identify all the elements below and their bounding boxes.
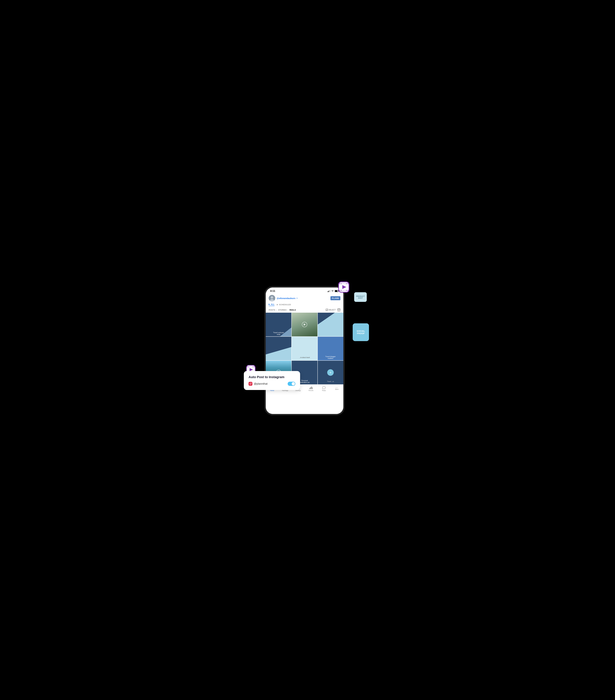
auto-post-card: Auto Post to Instagram xyxy=(244,371,300,390)
grid-item-4[interactable] xyxy=(266,337,291,360)
content-tabs: POSTS | STORIES | REELS SELECT xyxy=(266,307,343,313)
svg-marker-34 xyxy=(277,304,278,305)
add-button[interactable]: + xyxy=(327,369,334,376)
svg-rect-56 xyxy=(312,387,313,389)
profile-avatar[interactable] xyxy=(269,295,275,301)
reels-icon-top xyxy=(337,280,350,294)
svg-rect-6 xyxy=(348,283,349,284)
instagram-icon xyxy=(249,382,252,386)
more-icon: ●●● xyxy=(336,387,338,388)
grid-item-5[interactable]: ...te about travel xyxy=(292,337,317,360)
svg-rect-20 xyxy=(249,382,252,386)
grid-item-2[interactable] xyxy=(292,313,317,336)
profile-info: @oliveandauburn ▼ xyxy=(277,297,298,300)
tab-stories[interactable]: STORIES xyxy=(278,309,287,311)
content-tabs-right: SELECT xyxy=(326,308,340,311)
svg-rect-10 xyxy=(348,290,349,291)
svg-rect-7 xyxy=(339,290,340,291)
select-checkbox-icon xyxy=(326,309,328,311)
filter-tabs: ALL SCHEDULED xyxy=(266,303,343,307)
grid-item-9[interactable]: Travel...ce + xyxy=(318,361,343,384)
product-shot-card: PRODUCT SHOT xyxy=(354,292,367,302)
svg-rect-16 xyxy=(248,366,249,367)
add-to-calendar-icon[interactable] xyxy=(337,308,340,311)
auto-post-toggle[interactable] xyxy=(288,382,296,386)
profile-name-row: @oliveandauburn ▼ xyxy=(277,297,298,300)
svg-rect-53 xyxy=(310,388,310,389)
plann-badge: PLANN xyxy=(330,296,340,300)
select-label: SELECT xyxy=(329,309,336,311)
nav-reply-label: Reply xyxy=(322,390,326,391)
svg-rect-17 xyxy=(253,366,253,367)
svg-rect-1 xyxy=(339,283,349,284)
social-proof-card: SOCIAL PROOF xyxy=(353,323,369,341)
nav-reply[interactable]: Reply xyxy=(317,386,330,391)
auto-post-title: Auto Post to Instagram xyxy=(249,375,296,379)
svg-rect-8 xyxy=(341,290,341,291)
profile-handle[interactable]: @oliveandauburn xyxy=(277,297,296,300)
svg-rect-35 xyxy=(326,309,328,311)
svg-rect-3 xyxy=(339,283,340,284)
auto-post-account-row: @plannthat xyxy=(249,382,296,386)
filter-icon-all xyxy=(269,304,270,305)
svg-rect-26 xyxy=(330,290,330,292)
svg-marker-33 xyxy=(269,304,270,305)
tab-reels[interactable]: REELS xyxy=(289,309,296,311)
filter-icon-scheduled xyxy=(277,304,278,305)
content-tabs-left: POSTS | STORIES | REELS xyxy=(269,309,296,311)
svg-rect-23 xyxy=(328,291,328,292)
divider1: | xyxy=(276,309,277,311)
svg-rect-25 xyxy=(329,290,329,292)
tab-posts[interactable]: POSTS xyxy=(269,309,275,311)
svg-rect-2 xyxy=(339,290,349,291)
reply-icon xyxy=(322,386,326,389)
nav-more-label: More xyxy=(335,388,339,390)
svg-rect-5 xyxy=(346,283,347,284)
grid-item-6[interactable]: Travel bloggerrealities xyxy=(318,337,343,360)
nav-results-label: Results xyxy=(309,390,313,391)
svg-rect-13 xyxy=(247,366,255,367)
divider2: | xyxy=(288,309,288,311)
svg-rect-9 xyxy=(346,290,347,291)
status-time: 4:11 xyxy=(270,290,275,292)
nav-results[interactable]: Results xyxy=(304,386,317,391)
svg-rect-4 xyxy=(341,283,341,284)
dropdown-arrow-icon[interactable]: ▼ xyxy=(296,297,298,299)
filter-tab-scheduled[interactable]: SCHEDULED xyxy=(277,303,291,306)
svg-point-31 xyxy=(271,296,273,299)
profile-left: @oliveandauburn ▼ xyxy=(269,295,298,301)
results-icon xyxy=(310,386,313,389)
grid-item-1-label: Travel suitcasesnap xyxy=(266,330,291,336)
signal-icon xyxy=(328,290,330,292)
svg-rect-18 xyxy=(254,366,255,367)
svg-point-22 xyxy=(251,383,252,383)
grid-item-6-label: Travel bloggerrealities xyxy=(318,354,343,360)
main-scene: PRODUCT SHOT SOCIAL PROOF Auto xyxy=(247,280,368,420)
account-handle: @plannthat xyxy=(254,382,267,385)
status-bar: 4:11 xyxy=(266,287,343,294)
play-button-2[interactable] xyxy=(302,322,307,327)
phone-screen: 4:11 xyxy=(266,287,343,414)
svg-rect-55 xyxy=(311,387,312,389)
profile-bar: @oliveandauburn ▼ PLANN xyxy=(266,294,343,303)
grid-item-1[interactable]: Travel suitcasesnap xyxy=(266,313,291,336)
svg-rect-15 xyxy=(247,366,248,367)
grid-item-3[interactable] xyxy=(318,313,343,336)
auto-post-left: @plannthat xyxy=(249,382,267,386)
svg-rect-54 xyxy=(311,387,311,389)
nav-more[interactable]: ●●● More xyxy=(330,387,343,390)
svg-rect-24 xyxy=(328,291,329,292)
wifi-icon xyxy=(331,290,334,292)
select-button[interactable]: SELECT xyxy=(326,309,336,311)
filter-tab-all[interactable]: ALL xyxy=(269,303,275,306)
phone: 4:11 xyxy=(265,286,344,415)
